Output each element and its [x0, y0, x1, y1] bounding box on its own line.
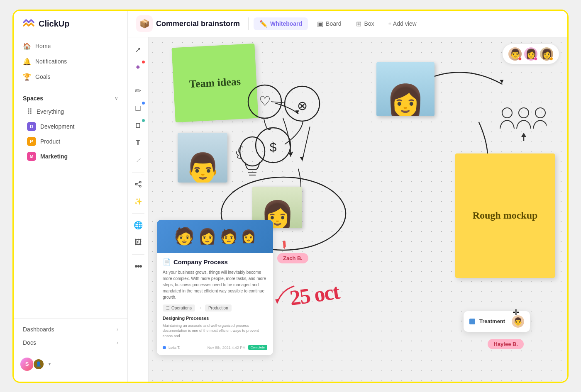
svg-point-24	[535, 108, 545, 118]
flow-from-label: Operations	[171, 306, 192, 310]
doc-header-figure-3: 🧑	[220, 228, 237, 245]
rect-tool[interactable]: □	[131, 101, 146, 116]
document-card[interactable]: 🧑 👩 🧑 👩 📄 Company Process As y	[157, 220, 273, 355]
sidebar-item-everything[interactable]: ⠿ Everything	[18, 104, 123, 119]
development-label: Development	[40, 123, 75, 130]
sidebar-item-goals[interactable]: 🏆 Goals	[18, 70, 123, 84]
trophy-icon: 🏆	[23, 73, 31, 81]
spaces-header[interactable]: Spaces ∨	[14, 93, 127, 104]
svg-point-18	[240, 137, 265, 166]
globe-tool[interactable]: 🌐	[131, 218, 146, 233]
sticky-tool[interactable]: 🗒	[131, 118, 146, 133]
sticky-note-yellow[interactable]: Rough mockup	[455, 153, 555, 278]
avatar-dot-1	[518, 57, 522, 61]
whiteboard-tab-icon: ✏️	[259, 20, 268, 28]
doc-title-text: Company Process	[173, 258, 228, 265]
chevron-down-icon: ∨	[115, 95, 118, 101]
svg-marker-5	[500, 80, 503, 83]
badge-haylee-text: Haylee B.	[493, 341, 518, 347]
svg-point-22	[502, 108, 512, 118]
sidebar-item-dashboards[interactable]: Dashboards ›	[18, 323, 123, 336]
flow-arrow: →	[198, 305, 203, 311]
goals-label: Goals	[35, 73, 51, 80]
doc-section-text: Maintaining an accurate and well-organiz…	[163, 323, 267, 339]
notifications-label: Notifications	[35, 58, 67, 65]
svg-point-2	[139, 185, 141, 187]
vtool-sep-1	[132, 79, 144, 79]
app-window: ClickUp 🏠 Home 🔔 Notifications 🏆 Goals	[12, 10, 569, 383]
avatar-dot-2	[534, 57, 537, 61]
treatment-name: Treatment	[479, 318, 505, 324]
user-section[interactable]: S 👤 ▾	[14, 353, 127, 375]
sticky-yellow-text: Rough mockup	[473, 210, 538, 221]
tab-box[interactable]: ⊞ Box	[350, 17, 380, 30]
marketing-badge: M	[27, 152, 36, 161]
svg-rect-27	[283, 240, 286, 247]
collab-avatar-2: 👩	[523, 46, 538, 61]
add-view-button[interactable]: + Add view	[383, 18, 422, 29]
badge-zach-text: Zach B.	[283, 255, 303, 261]
app-name: ClickUp	[39, 19, 69, 29]
dashboards-label: Dashboards	[23, 326, 54, 333]
whiteboard-canvas[interactable]: ↗ ✦ ✏ □ 🗒	[128, 37, 567, 382]
doc-flow: ☰ Operations → Production	[163, 304, 267, 312]
doc-icon: 📄	[163, 258, 171, 266]
doc-footer: Leila T. Nov 8th, 2021 4:42 PM Complete	[163, 342, 267, 350]
date-text: 25 oct	[288, 279, 341, 309]
avatar-dot-3	[549, 57, 553, 61]
sticky-dot	[142, 119, 145, 122]
spaces-title: Spaces	[23, 95, 43, 102]
sidebar-item-notifications[interactable]: 🔔 Notifications	[18, 54, 123, 69]
share-tool[interactable]	[131, 177, 146, 192]
svg-point-23	[519, 108, 529, 118]
badge-haylee[interactable]: Haylee B.	[488, 339, 524, 349]
doc-title: 📄 Company Process	[163, 258, 267, 266]
connector-tool[interactable]: ⟋	[131, 153, 146, 168]
badge-zach[interactable]: Zach B.	[277, 253, 308, 263]
sidebar-item-development[interactable]: D Development	[18, 119, 123, 134]
board-tab-label: Board	[326, 20, 341, 27]
person-photo-1: 👨	[178, 133, 227, 183]
vtool-sep-2	[132, 172, 144, 173]
whiteboard-tab-label: Whiteboard	[270, 20, 302, 27]
people-icons	[497, 104, 547, 147]
svg-marker-29	[275, 299, 280, 304]
sidebar-item-product[interactable]: P Product	[18, 134, 123, 149]
svg-line-3	[137, 183, 139, 184]
sidebar-item-home[interactable]: 🏠 Home	[18, 39, 123, 54]
avatar-user2: 👤	[33, 358, 44, 370]
author-dot	[163, 346, 166, 349]
sidebar-item-docs[interactable]: Docs ›	[18, 336, 123, 349]
toolbar-separator	[248, 17, 249, 30]
pen-tool[interactable]: ✏	[131, 83, 146, 98]
logo: ClickUp	[14, 17, 127, 39]
clickup-logo-icon	[22, 17, 35, 31]
toolbar-title: Commercial brainstorm	[156, 19, 240, 28]
vtool-sep-3	[132, 213, 144, 214]
svg-marker-26	[521, 133, 526, 137]
share-icon	[134, 180, 142, 188]
shapes-tool[interactable]: ✦	[131, 60, 146, 75]
cursor-tool[interactable]: ↗	[131, 42, 146, 57]
pen-cursor-icon	[279, 239, 291, 253]
tab-whiteboard[interactable]: ✏️ Whiteboard	[254, 17, 308, 30]
doc-header-figure-4: 👩	[241, 229, 256, 243]
treatment-card[interactable]: Treatment 👨	[464, 311, 530, 332]
doc-section-title: Designing Processes	[163, 316, 267, 321]
box-tab-label: Box	[364, 20, 374, 27]
doc-author: Leila T.	[168, 346, 180, 350]
shapes-dot	[142, 61, 145, 63]
collab-avatar-3: 👩	[539, 46, 554, 61]
rect-dot	[142, 102, 145, 105]
more-tool[interactable]: •••	[131, 259, 146, 274]
svg-text:⊗: ⊗	[297, 99, 308, 112]
tab-board[interactable]: ▣ Board	[311, 17, 347, 30]
sidebar-item-marketing[interactable]: M Marketing	[18, 149, 123, 164]
image-tool[interactable]: 🖼	[131, 235, 146, 250]
effects-tool[interactable]: ✨	[131, 194, 146, 209]
marketing-label: Marketing	[40, 153, 68, 160]
svg-line-17	[271, 102, 285, 103]
grid-icon: ⠿	[27, 107, 32, 116]
vtool-sep-4	[132, 254, 144, 255]
text-tool[interactable]: T	[131, 136, 146, 151]
